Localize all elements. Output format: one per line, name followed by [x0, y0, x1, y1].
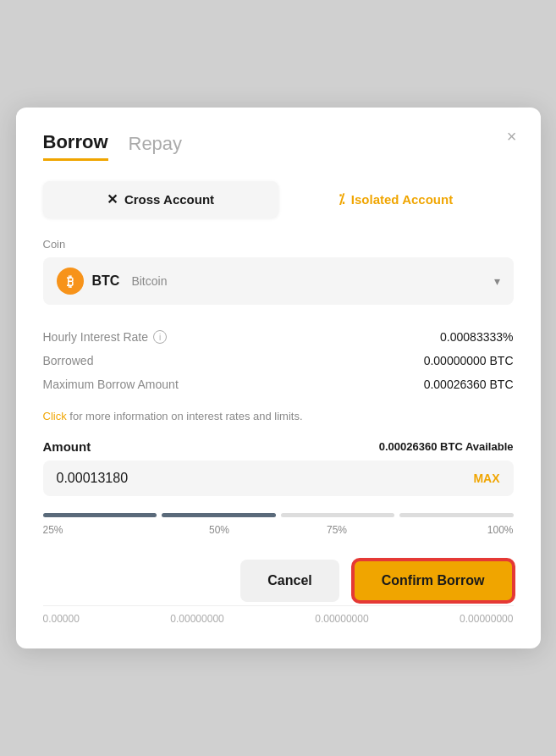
- coin-selector[interactable]: ₿ BTC Bitcoin ▾: [43, 257, 514, 305]
- slider-labels: 25% 50% 75% 100%: [43, 524, 514, 536]
- available-label: BTC Available: [440, 440, 513, 453]
- tab-repay[interactable]: Repay: [129, 133, 183, 160]
- coin-symbol: BTC: [92, 273, 120, 289]
- hourly-interest-row: Hourly Interest Rate i 0.00083333%: [43, 325, 514, 349]
- amount-label: Amount: [43, 439, 91, 454]
- max-button[interactable]: MAX: [473, 472, 499, 485]
- slider-seg-3[interactable]: [281, 513, 395, 517]
- account-toggle: ✕ Cross Account ⁒ Isolated Account: [43, 181, 514, 218]
- slider-seg-1[interactable]: [43, 513, 157, 517]
- cancel-button[interactable]: Cancel: [240, 560, 339, 602]
- coin-full-name: Bitcoin: [131, 274, 167, 288]
- slider-seg-4[interactable]: [399, 513, 514, 517]
- amount-available: 0.00026360 BTC Available: [379, 440, 514, 453]
- available-amount: 0.00026360: [379, 440, 438, 453]
- borrowed-label: Borrowed: [43, 354, 94, 367]
- coin-left: ₿ BTC Bitcoin: [57, 268, 168, 295]
- isolated-account-button[interactable]: ⁒ Isolated Account: [278, 181, 514, 218]
- click-link[interactable]: Click: [43, 410, 67, 422]
- slider-seg-2[interactable]: [162, 513, 276, 517]
- dropdown-arrow-icon: ▾: [494, 274, 500, 288]
- footer-buttons: Cancel Confirm Borrow: [43, 560, 514, 602]
- max-borrow-row: Maximum Borrow Amount 0.00026360 BTC: [43, 372, 514, 396]
- info-icon[interactable]: i: [153, 330, 167, 344]
- modal-container: Borrow Repay × ✕ Cross Account ⁒ Isolate…: [16, 108, 541, 648]
- borrowed-row: Borrowed 0.00000000 BTC: [43, 349, 514, 372]
- slider-section: 25% 50% 75% 100%: [43, 513, 514, 536]
- slider-label-75: 75%: [278, 524, 396, 536]
- max-borrow-label: Maximum Borrow Amount: [43, 378, 179, 391]
- slider-track[interactable]: [43, 513, 514, 517]
- bottom-data-2: 0.00000000: [170, 613, 223, 625]
- modal-overlay: Borrow Repay × ✕ Cross Account ⁒ Isolate…: [0, 0, 556, 756]
- cross-account-icon: ✕: [107, 191, 118, 207]
- close-button[interactable]: ×: [507, 128, 517, 145]
- borrowed-value: 0.00000000 BTC: [424, 354, 514, 367]
- confirm-borrow-button[interactable]: Confirm Borrow: [353, 560, 514, 602]
- amount-input[interactable]: [57, 471, 411, 486]
- bottom-data-4: 0.00000000: [460, 613, 513, 625]
- slider-label-50: 50%: [161, 524, 278, 536]
- isolated-account-label: Isolated Account: [351, 192, 453, 207]
- bottom-data-1: 0.00000: [43, 613, 80, 625]
- amount-row: Amount 0.00026360 BTC Available: [43, 439, 514, 454]
- coin-label: Coin: [43, 238, 514, 251]
- click-info: Click for more information on interest r…: [43, 410, 514, 422]
- btc-icon: ₿: [57, 268, 84, 295]
- isolated-account-icon: ⁒: [339, 191, 344, 207]
- slider-label-25: 25%: [43, 524, 161, 536]
- hourly-interest-value: 0.00083333%: [440, 330, 513, 344]
- info-section: Hourly Interest Rate i 0.00083333% Borro…: [43, 325, 514, 396]
- hourly-interest-label: Hourly Interest Rate i: [43, 330, 168, 344]
- amount-input-wrap: MAX: [43, 461, 514, 496]
- slider-label-100: 100%: [396, 524, 514, 536]
- modal-header: Borrow Repay: [43, 131, 514, 161]
- bottom-data-3: 0.00000000: [315, 613, 368, 625]
- cross-account-label: Cross Account: [124, 192, 214, 207]
- bottom-data-row: 0.00000 0.00000000 0.00000000 0.00000000: [43, 605, 514, 625]
- tab-borrow[interactable]: Borrow: [43, 131, 108, 161]
- max-borrow-value: 0.00026360 BTC: [424, 378, 514, 391]
- cross-account-button[interactable]: ✕ Cross Account: [43, 181, 278, 218]
